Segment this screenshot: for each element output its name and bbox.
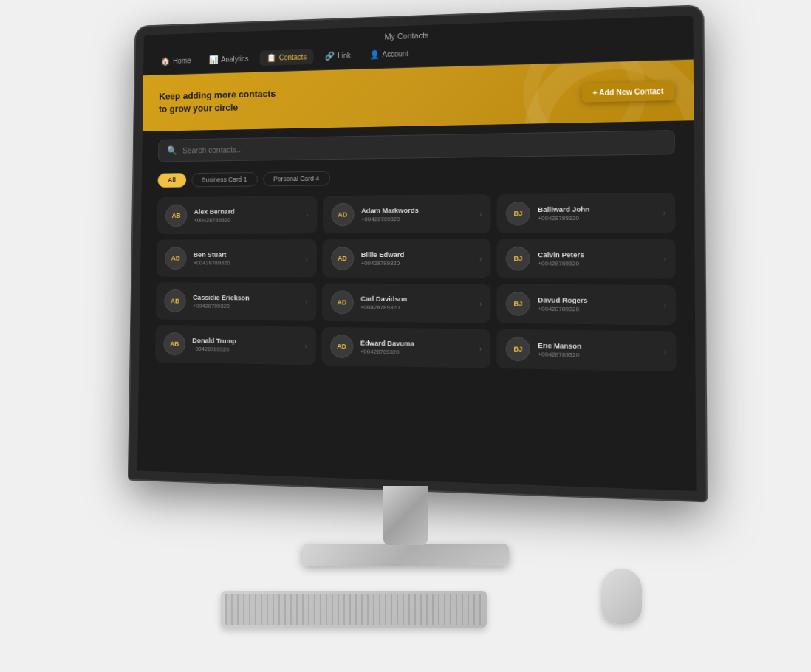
search-input[interactable] [182,138,665,155]
contact-info: Donald Trump +00428789320 [192,336,298,354]
monitor-stand-base [302,544,509,566]
contact-name: Calvin Peters [538,250,655,258]
chevron-right-icon: › [479,210,482,218]
nav-label-link: Link [338,52,351,60]
nav-item-contacts[interactable]: 📋 Contacts [259,49,313,66]
contact-phone: +00428789320 [192,346,298,354]
contact-phone: +00428789320 [538,351,656,360]
hero-line2: to grow your circle [159,102,238,114]
contact-info: Edward Bavuma +00428789320 [360,338,472,356]
contact-info: Balliward John +00428789320 [538,205,655,222]
chevron-right-icon: › [663,255,666,263]
contact-name: Donald Trump [192,336,298,346]
app-container: My Contacts 🏠 Home 📊 Analytics 📋 Contact… [137,16,697,491]
contact-name: Alex Bernard [194,207,299,216]
nav-item-home[interactable]: 🏠 Home [154,53,198,69]
account-icon: 👤 [369,50,380,60]
chevron-right-icon: › [306,254,308,262]
contact-phone: +00428789320 [194,260,299,267]
contact-info: Davud Rogers +00428789320 [538,295,655,313]
contact-avatar: BJ [506,202,530,226]
contact-card[interactable]: AB Donald Trump +00428789320 › [155,325,316,365]
contact-info: Billie Edward +00428789320 [361,250,473,267]
contacts-icon: 📋 [267,53,276,63]
contact-name: Billie Edward [361,250,472,258]
add-contact-button[interactable]: + Add New Contact [582,81,675,103]
nav-item-link[interactable]: 🔗 Link [318,48,357,64]
contact-card[interactable]: AB Ben Stuart +00428789320 › [157,239,317,277]
nav-item-analytics[interactable]: 📊 Analytics [202,51,256,67]
link-icon: 🔗 [325,51,335,61]
contact-card[interactable]: BJ Balliward John +00428789320 › [497,193,675,233]
home-icon: 🏠 [161,57,171,66]
contact-name: Davud Rogers [538,295,655,305]
nav-label-home: Home [173,57,191,65]
contact-phone: +00428789320 [193,303,298,310]
contacts-grid: AB Alex Bernard +00428789320 › AD Adam M… [139,190,696,382]
contact-name: Carl Davidson [360,295,472,304]
hero-text: Keep adding more contacts to grow your c… [159,87,276,116]
nav-label-analytics: Analytics [221,55,248,64]
contact-card[interactable]: BJ Calvin Peters +00428789320 › [497,239,676,278]
chevron-right-icon: › [664,347,667,356]
chevron-right-icon: › [479,344,482,352]
contact-phone: +00428789320 [361,260,472,267]
contact-card[interactable]: BJ Eric Manson +00428789320 › [497,329,677,372]
contact-info: Alex Bernard +00428789320 [194,207,298,223]
search-icon: 🔍 [167,145,177,156]
contact-avatar: AD [330,335,353,358]
contact-avatar: AB [164,289,186,312]
contact-phone: +00428789320 [538,260,655,267]
monitor-stand-neck [383,486,428,545]
mouse [601,569,642,624]
monitor-screen: My Contacts 🏠 Home 📊 Analytics 📋 Contact… [129,6,706,501]
contact-phone: +00428789320 [194,216,298,223]
search-box: 🔍 [158,130,675,162]
contact-info: Calvin Peters +00428789320 [538,250,655,267]
analytics-icon: 📊 [208,55,218,65]
contact-phone: +00428789320 [361,216,472,223]
chevron-right-icon: › [663,301,666,309]
contact-name: Eric Manson [538,341,656,352]
contact-avatar: BJ [506,337,530,361]
contact-phone: +00428789320 [538,306,655,314]
contact-info: Adam Markwords +00428789320 [361,206,472,223]
contact-avatar: AD [331,203,354,227]
chevron-right-icon: › [305,342,307,350]
nav-item-account[interactable]: 👤 Account [362,46,416,63]
filter-tab-all[interactable]: All [158,173,186,188]
filter-tab-personal[interactable]: Personal Card 4 [263,171,330,187]
contact-name: Cassidie Erickson [193,293,298,302]
chevron-right-icon: › [479,299,482,307]
contact-card[interactable]: AD Billie Edward +00428789320 › [322,239,491,278]
contact-name: Balliward John [538,205,655,213]
nav-label-contacts: Contacts [279,53,307,62]
chevron-right-icon: › [663,208,666,216]
contact-info: Cassidie Erickson +00428789320 [193,293,298,310]
chevron-right-icon: › [305,298,307,306]
contact-phone: +00428789320 [360,304,472,312]
contact-card[interactable]: BJ Davud Rogers +00428789320 › [497,284,676,326]
contact-card[interactable]: AD Edward Bavuma +00428789320 › [321,327,491,368]
contact-name: Edward Bavuma [360,338,472,348]
contact-card[interactable]: AD Adam Markwords +00428789320 › [322,194,490,233]
contact-avatar: AD [330,290,353,314]
contact-avatar: AD [331,247,354,270]
contact-info: Ben Stuart +00428789320 [194,250,299,267]
chevron-right-icon: › [479,255,482,263]
contact-avatar: AB [165,204,188,227]
contact-name: Ben Stuart [194,250,298,258]
contact-card[interactable]: AD Carl Davidson +00428789320 › [322,283,491,323]
contact-card[interactable]: AB Alex Bernard +00428789320 › [157,196,318,234]
hero-line1: Keep adding more contacts [159,88,276,101]
contact-name: Adam Markwords [361,206,472,215]
contact-info: Carl Davidson +00428789320 [360,295,472,312]
contact-phone: +00428789320 [360,348,472,357]
chevron-right-icon: › [306,210,308,219]
contact-avatar: AB [165,247,187,270]
keyboard [221,591,487,628]
contact-card[interactable]: AB Cassidie Erickson +00428789320 › [156,282,316,321]
contact-avatar: BJ [506,292,530,316]
filter-tab-business[interactable]: Business Card 1 [191,172,258,187]
contact-avatar: BJ [506,247,530,271]
